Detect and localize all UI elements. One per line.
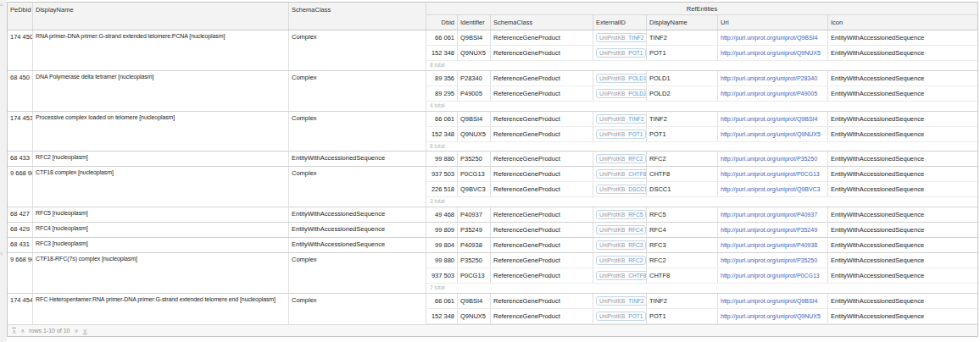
- uniprot-url-link[interactable]: http://purl.uniprot.org/uniprot/Q9BSI4: [721, 298, 817, 304]
- header-external-id[interactable]: ExternalID: [593, 15, 647, 30]
- row-range-label: rows 1-10 of 10: [29, 328, 70, 334]
- uniprot-url-link[interactable]: http://purl.uniprot.org/uniprot/P35250: [721, 156, 817, 162]
- url-cell: http://purl.uniprot.org/uniprot/P35250: [718, 152, 828, 166]
- ref-display-name-cell: RFC2: [647, 253, 718, 268]
- page-up-icon[interactable]: ∧: [20, 328, 25, 334]
- uniprot-badge[interactable]: UniProtKBRFC5: [596, 210, 646, 219]
- uniprot-badge[interactable]: UniProtKBPOT1: [596, 312, 646, 321]
- ref-schema-class-cell: ReferenceGeneProduct: [491, 86, 593, 101]
- schema-class-cell: EntityWithAccessionedSequence: [289, 152, 426, 166]
- ref-entity-row: 99 880P35250ReferenceGeneProductUniProtK…: [426, 152, 977, 166]
- table-body: 174 450RNA primer-DNA primer:G-strand ex…: [8, 30, 977, 324]
- uniprot-badge[interactable]: UniProtKBTINF2: [596, 114, 647, 124]
- ref-identifier-cell: Q9BSI4: [458, 30, 491, 45]
- uniprot-url-link[interactable]: http://purl.uniprot.org/uniprot/P0CG13: [721, 171, 820, 177]
- table-row: 68 433RFC2 [nucleoplasm]EntityWithAccess…: [8, 152, 977, 167]
- uniprot-badge[interactable]: UniProtKBTINF2: [596, 296, 647, 306]
- expand-top-icon[interactable]: ▵: [0, 1, 3, 7]
- last-page-icon[interactable]: ∨: [83, 328, 87, 334]
- external-id-cell: UniProtKBPOT1: [593, 309, 647, 323]
- uniprot-url-link[interactable]: http://purl.uniprot.org/uniprot/Q9NUX5: [721, 50, 821, 56]
- icon-cell: EntityWithAccessionedSequence: [828, 207, 977, 222]
- external-id-cell: UniProtKBRFC2: [593, 152, 647, 166]
- ref-entity-row: 99 809P35249ReferenceGeneProductUniProtK…: [426, 223, 977, 237]
- pedbid-cell: 68 427: [8, 207, 33, 222]
- ref-dbid-cell: 99 809: [426, 223, 458, 237]
- expand-group-icon[interactable]: ▿: [0, 251, 3, 256]
- uniprot-badge[interactable]: UniProtKBTINF2: [596, 33, 647, 42]
- ref-entity-row: 152 348Q9NUX5ReferenceGeneProductUniProt…: [426, 127, 977, 142]
- table-row: 68 431RFC3 [nucleoplasm]EntityWithAccess…: [8, 238, 977, 253]
- header-icon[interactable]: Icon: [828, 15, 977, 30]
- ref-identifier-cell: P28340: [458, 71, 491, 86]
- uniprot-url-link[interactable]: http://purl.uniprot.org/uniprot/Q9BVC3: [721, 186, 821, 192]
- ref-entity-row: 89 356P28340ReferenceGeneProductUniProtK…: [426, 71, 977, 86]
- page-down-icon[interactable]: ∨: [75, 328, 79, 334]
- ref-dbid-cell: 937 503: [426, 268, 458, 283]
- uniprot-id-label: CHTF8: [628, 171, 646, 177]
- ref-display-name-cell: RFC4: [647, 223, 718, 237]
- uniprot-badge[interactable]: UniProtKBPOT1: [596, 130, 646, 139]
- uniprot-badge[interactable]: UniProtKBPOLD1: [596, 74, 647, 83]
- ref-dbid-cell: 89 356: [426, 71, 458, 86]
- url-cell: http://purl.uniprot.org/uniprot/Q9BSI4: [718, 294, 828, 308]
- url-cell: http://purl.uniprot.org/uniprot/P0CG13: [718, 167, 828, 181]
- uniprot-badge[interactable]: UniProtKBCHTF8: [596, 169, 647, 179]
- table-row: 68 429RFC4 [nucleoplasm]EntityWithAccess…: [8, 223, 977, 238]
- display-name-cell: RFC2 [nucleoplasm]: [33, 152, 289, 166]
- ref-schema-class-cell: ReferenceGeneProduct: [491, 152, 593, 166]
- uniprot-badge[interactable]: UniProtKBDSCC1: [596, 185, 647, 194]
- ref-schema-class-cell: ReferenceGeneProduct: [491, 182, 593, 196]
- url-cell: http://purl.uniprot.org/uniprot/Q9BVC3: [718, 182, 828, 196]
- uniprot-url-link[interactable]: http://purl.uniprot.org/uniprot/P0CG13: [721, 273, 820, 279]
- uniprot-url-link[interactable]: http://purl.uniprot.org/uniprot/P35250: [721, 257, 817, 263]
- display-name-cell: RFC Heteropentamer:RNA primer-DNA primer…: [33, 294, 289, 324]
- uniprot-id-label: POLD2: [628, 91, 646, 97]
- uniprot-url-link[interactable]: http://purl.uniprot.org/uniprot/P28340: [721, 75, 817, 81]
- ref-identifier-cell: P35250: [458, 152, 491, 166]
- table-row: 9 668 901CTF18-RFC(7s) complex [nucleopl…: [8, 253, 977, 294]
- uniprot-url-link[interactable]: http://purl.uniprot.org/uniprot/Q9BSI4: [721, 116, 817, 122]
- header-schema-class[interactable]: SchemaClass: [289, 3, 426, 30]
- uniprot-source-label: UniProtKB: [599, 131, 625, 137]
- uniprot-source-label: UniProtKB: [599, 50, 625, 56]
- uniprot-url-link[interactable]: http://purl.uniprot.org/uniprot/Q9NUX5: [721, 131, 821, 137]
- header-ref-display-name[interactable]: DisplayName: [647, 15, 718, 30]
- url-cell: http://purl.uniprot.org/uniprot/Q9NUX5: [718, 46, 828, 60]
- ref-entities-group: 66 061Q9BSI4ReferenceGeneProductUniProtK…: [426, 294, 977, 324]
- uniprot-url-link[interactable]: http://purl.uniprot.org/uniprot/P40938: [721, 242, 817, 248]
- ref-display-name-cell: RFC3: [647, 238, 718, 252]
- uniprot-id-label: CHTF8: [628, 273, 646, 279]
- table-row: 174 453Processive complex loaded on telo…: [8, 112, 977, 152]
- ref-entities-group: 66 061Q9BSI4ReferenceGeneProductUniProtK…: [426, 112, 977, 152]
- ref-dbid-cell: 66 061: [426, 294, 458, 308]
- header-pedbid[interactable]: PeDbid: [8, 3, 33, 30]
- header-identifier[interactable]: Identifier: [458, 15, 491, 30]
- uniprot-url-link[interactable]: http://purl.uniprot.org/uniprot/P49005: [721, 91, 817, 97]
- ref-schema-class-cell: ReferenceGeneProduct: [491, 238, 593, 252]
- uniprot-badge[interactable]: UniProtKBPOT1: [596, 48, 646, 58]
- group-total-label: 8 total: [426, 61, 977, 70]
- uniprot-badge[interactable]: UniProtKBRFC3: [596, 240, 646, 250]
- uniprot-url-link[interactable]: http://purl.uniprot.org/uniprot/Q9NUX5: [721, 313, 821, 319]
- uniprot-url-link[interactable]: http://purl.uniprot.org/uniprot/P35249: [721, 227, 817, 233]
- uniprot-url-link[interactable]: http://purl.uniprot.org/uniprot/P40937: [721, 212, 817, 218]
- header-ref-schema-class[interactable]: SchemaClass: [491, 15, 593, 30]
- uniprot-badge[interactable]: UniProtKBCHTF8: [596, 271, 647, 280]
- pedbid-cell: 9 668 900: [8, 167, 33, 207]
- uniprot-badge[interactable]: UniProtKBRFC2: [596, 256, 646, 265]
- first-page-icon[interactable]: ∧: [12, 328, 16, 334]
- uniprot-badge[interactable]: UniProtKBPOLD2: [596, 89, 647, 98]
- ref-entity-row: 152 348Q9NUX5ReferenceGeneProductUniProt…: [426, 309, 977, 324]
- display-name-cell: Processive complex loaded on telomere [n…: [33, 112, 289, 152]
- uniprot-url-link[interactable]: http://purl.uniprot.org/uniprot/Q9BSI4: [721, 35, 817, 41]
- external-id-cell: UniProtKBPOLD2: [593, 86, 647, 101]
- ref-schema-class-cell: ReferenceGeneProduct: [491, 253, 593, 268]
- header-dbid[interactable]: Dbid: [426, 15, 458, 30]
- icon-cell: EntityWithAccessionedSequence: [828, 46, 977, 60]
- uniprot-badge[interactable]: UniProtKBRFC4: [596, 225, 646, 234]
- uniprot-badge[interactable]: UniProtKBRFC2: [596, 154, 646, 163]
- header-url[interactable]: Url: [718, 15, 828, 30]
- header-ref-entities[interactable]: RefEntities: [426, 3, 977, 15]
- header-display-name[interactable]: DisplayName: [33, 3, 289, 30]
